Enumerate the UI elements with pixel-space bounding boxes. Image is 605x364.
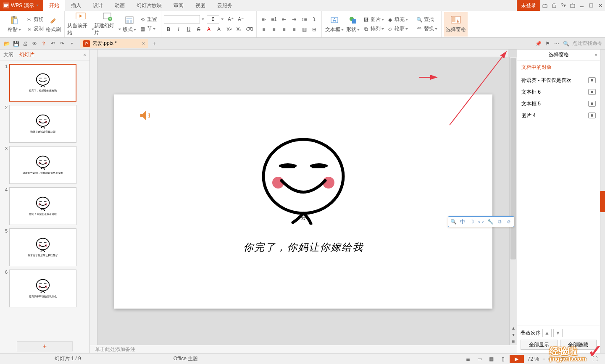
ft-moon-icon[interactable]: ☽ <box>468 218 476 225</box>
highlight-button[interactable]: A <box>214 25 224 34</box>
visibility-toggle[interactable] <box>588 89 596 95</box>
tab-cloud[interactable]: 云服务 <box>211 0 238 11</box>
doc-close-icon[interactable]: × <box>142 41 145 47</box>
scroll-next-icon[interactable]: ≡ <box>510 338 517 345</box>
italic-button[interactable]: I <box>174 25 183 34</box>
reset-button[interactable]: ⟲重置 <box>138 16 158 24</box>
strike-button[interactable]: S <box>194 25 203 34</box>
search-hint[interactable]: 点此查找命令 <box>572 40 602 47</box>
tshirt-icon[interactable] <box>550 0 559 11</box>
ft-cn-icon[interactable]: 中 <box>459 218 466 225</box>
zoom-out-button[interactable]: − <box>542 356 545 362</box>
qab-pin-icon[interactable]: 📌 <box>534 39 543 48</box>
align-center-button[interactable]: ≡ <box>269 25 279 34</box>
select-pane-button[interactable]: 选择窗格 <box>444 12 468 37</box>
columns-button[interactable]: ▥ <box>300 25 309 34</box>
scroll-up-icon[interactable]: ▴ <box>510 325 517 331</box>
replace-button[interactable]: ᴬᵇ替换 <box>415 25 439 33</box>
clear-format-button[interactable]: ⌫ <box>245 25 254 34</box>
thumbnail[interactable]: 我就是来试试音频功能 <box>9 105 76 143</box>
tab-view[interactable]: 视图 <box>189 0 211 11</box>
selection-item[interactable]: 图片 4 <box>520 110 597 121</box>
vertical-scrollbar[interactable]: ▴ ▾ ≡ <box>509 57 517 345</box>
copy-button[interactable]: ⎘复制 <box>24 25 45 33</box>
collapsed-sidebar[interactable] <box>600 50 605 353</box>
layout-button[interactable]: 版式 <box>121 12 138 37</box>
outline-button[interactable]: ◇轮廓 <box>385 25 409 33</box>
fill-button[interactable]: ◆填充 <box>385 16 409 24</box>
preview-icon[interactable]: 👁 <box>30 39 39 48</box>
view-sorter-icon[interactable]: ▦ <box>486 355 497 363</box>
thumbnail[interactable]: 你才完了你居然让我吃醋了 <box>9 228 76 266</box>
app-menu-dropdown[interactable] <box>34 5 40 6</box>
image-button[interactable]: 🖼图片 <box>361 16 385 24</box>
arrange-button[interactable]: ⧉排列 <box>361 25 385 33</box>
qab-flag-icon[interactable]: ⚑ <box>543 39 552 48</box>
font-color-button[interactable]: A <box>204 25 213 34</box>
help-icon[interactable]: ?▾ <box>559 0 568 11</box>
cut-button[interactable]: ✂剪切 <box>24 16 45 24</box>
add-slide-button[interactable]: + <box>17 341 73 351</box>
ft-copy-icon[interactable]: ⧉ <box>496 218 503 225</box>
notes-area[interactable]: 单击此处添加备注 <box>90 345 517 353</box>
bold-button[interactable]: B <box>164 25 173 34</box>
undo-icon[interactable]: ↶ <box>49 39 57 48</box>
align-justify-button[interactable]: ≡ <box>289 25 299 34</box>
visibility-toggle[interactable] <box>588 113 596 118</box>
underline-button[interactable]: U <box>184 25 193 34</box>
font-size-input[interactable] <box>207 15 225 24</box>
tab-start[interactable]: 开始 <box>43 0 65 11</box>
tab-design[interactable]: 设计 <box>87 0 109 11</box>
line-spacing-button[interactable]: ↕≡ <box>300 15 309 24</box>
qab-dropdown[interactable] <box>67 39 76 48</box>
login-badge[interactable]: 未登录 <box>517 0 540 11</box>
outline-tab[interactable]: 大纲 <box>3 51 13 58</box>
ft-more-icon[interactable]: ∘∘ <box>477 218 485 225</box>
audio-icon[interactable] <box>139 110 153 121</box>
text-direction-button[interactable]: ⤵ <box>310 15 319 24</box>
thumbnail[interactable]: 你完了，你妈让你嫁给我 <box>9 64 76 102</box>
indent-inc-button[interactable]: ⇥ <box>289 15 299 24</box>
view-normal-icon[interactable]: ▭ <box>474 355 485 363</box>
textbox-button[interactable]: A 文本框 <box>324 12 345 37</box>
scroll-down-icon[interactable]: ▾ <box>510 331 517 338</box>
view-slideshow-icon[interactable]: ▶ <box>510 355 524 363</box>
superscript-button[interactable]: X² <box>224 25 234 34</box>
print-icon[interactable]: 🖨 <box>21 39 29 48</box>
align-v-button[interactable]: ⊟ <box>310 25 319 34</box>
qab-options-icon[interactable]: ⋯ <box>552 39 561 48</box>
face-image[interactable]: 云 <box>261 136 345 225</box>
format-painter-button[interactable]: 格式刷 <box>45 12 62 37</box>
shrink-font-button[interactable]: A⁻ <box>236 15 245 24</box>
document-tab[interactable]: P 云爱.pptx * × <box>80 39 148 48</box>
view-notes-icon[interactable]: ≣ <box>463 355 473 363</box>
window-up-icon[interactable] <box>568 0 577 11</box>
move-down-button[interactable]: ▼ <box>553 329 563 337</box>
slide-canvas[interactable]: 云 你完了，你妈让你嫁给我 <box>114 94 492 309</box>
export-icon[interactable]: ⇪ <box>39 39 48 48</box>
slides-tab[interactable]: 幻灯片 <box>19 51 34 58</box>
find-button[interactable]: 🔍查找 <box>415 16 439 24</box>
tab-slideshow[interactable]: 幻灯片放映 <box>131 0 168 11</box>
align-left-button[interactable]: ≡ <box>259 25 268 34</box>
tab-review[interactable]: 审阅 <box>168 0 189 11</box>
add-tab-button[interactable]: + <box>153 40 156 47</box>
save-icon[interactable]: 💾 <box>12 39 20 48</box>
left-panel-close[interactable]: × <box>83 52 86 58</box>
section-button[interactable]: ▤节 <box>138 25 158 33</box>
selection-item[interactable]: 文本框 6 <box>520 86 597 98</box>
minimize-icon[interactable] <box>577 0 587 11</box>
new-slide-button[interactable]: 新建幻灯片 <box>94 12 121 37</box>
tab-insert[interactable]: 插入 <box>65 0 87 11</box>
from-current-button[interactable]: 从当前开始 <box>67 12 94 37</box>
selection-item[interactable]: 孙语赛 - 不仅仅是喜欢 <box>520 74 597 86</box>
selection-item[interactable]: 文本框 5 <box>520 98 597 110</box>
thumbnail[interactable]: 你完了你完全让我着迷啦 <box>9 187 76 225</box>
subscript-button[interactable]: X₂ <box>234 25 244 34</box>
thumbnail[interactable]: 你真的不听听她想说什么 <box>9 270 76 307</box>
shape-button[interactable]: 形状 <box>345 12 361 37</box>
maximize-icon[interactable] <box>587 0 596 11</box>
numbering-button[interactable]: ≡1 <box>269 15 279 24</box>
paste-button[interactable]: 粘贴 <box>4 12 24 37</box>
indent-dec-button[interactable]: ⇤ <box>279 15 289 24</box>
